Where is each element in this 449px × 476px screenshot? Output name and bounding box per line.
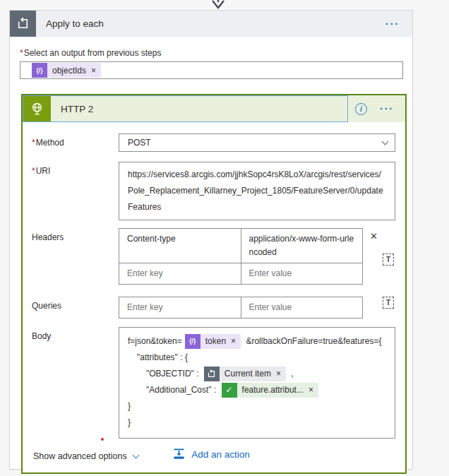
header-row: Content-type application/x-www-form-urle… — [119, 229, 362, 263]
body-line-1: f=json&token= {/} token × &rollbackOnFai… — [128, 333, 386, 350]
body-line-5: } — [128, 398, 386, 415]
remove-token-icon[interactable]: × — [309, 382, 313, 398]
required-marker: * — [20, 48, 23, 58]
token-feature-attributes[interactable]: ✓ feature.attribut... × — [222, 383, 318, 398]
apply-to-each-loop-icon — [10, 11, 36, 37]
queries-table — [119, 297, 363, 319]
error-indicator-dot — [101, 438, 104, 441]
token-objectids[interactable]: {/} objectIds × — [32, 63, 101, 78]
method-value: POST — [128, 138, 151, 148]
body-line-3: "OBJECTID" : Curr — [128, 366, 386, 382]
uri-label: *URI — [32, 162, 119, 220]
output-selector-input[interactable]: {/} objectIds × — [20, 61, 403, 79]
delete-header-row-icon[interactable]: ✕ — [368, 230, 380, 242]
apply-to-each-titlebar[interactable]: Apply to each ··· — [36, 11, 412, 37]
token-token[interactable]: {/} token × — [185, 334, 241, 349]
body-line-4: "Additional_Cost" : ✓ feature.attribut..… — [128, 382, 386, 398]
info-icon[interactable]: i — [355, 103, 367, 115]
apply-to-each-header[interactable]: Apply to each ··· — [10, 11, 412, 37]
http-globe-icon — [23, 96, 51, 121]
connector-arrow-icon — [210, 0, 227, 10]
token-current-item[interactable]: Current item × — [204, 367, 286, 381]
remove-token-icon[interactable]: × — [276, 366, 281, 382]
remove-token-icon[interactable]: × — [91, 66, 96, 76]
token-objectids-label: objectIds — [52, 66, 86, 76]
apply-to-each-loop-icon — [204, 367, 220, 381]
header-key-input[interactable] — [127, 267, 233, 280]
header-value-cell[interactable]: application/x-www-form-urlencoded — [241, 229, 363, 263]
switch-to-text-mode-icon[interactable]: T — [383, 297, 394, 309]
body-line-6: } — [128, 415, 386, 431]
output-field-label: *Select an output from previous steps — [20, 48, 402, 58]
add-an-action-button[interactable]: Add an action — [10, 448, 412, 460]
header-value-input[interactable] — [249, 267, 355, 280]
remove-token-icon[interactable]: × — [231, 333, 236, 350]
method-select[interactable]: POST — [119, 133, 395, 152]
http-title-button[interactable]: HTTP 2 — [23, 95, 348, 122]
body-input[interactable]: f=json&token= {/} token × &rollbackOnFai… — [119, 327, 395, 439]
http-title: HTTP 2 — [61, 104, 93, 114]
checklist-icon: ✓ — [222, 383, 237, 398]
chevron-down-icon — [382, 138, 389, 145]
headers-label: Headers — [32, 228, 119, 285]
query-value-input[interactable] — [249, 301, 355, 314]
add-action-label: Add an action — [191, 449, 250, 460]
apply-to-each-title: Apply to each — [46, 18, 104, 29]
dynamic-content-icon: {/} — [32, 63, 47, 78]
header-row-empty — [119, 263, 362, 284]
body-label: Body — [32, 327, 119, 439]
queries-label: Queries — [32, 297, 119, 319]
add-action-icon — [172, 448, 186, 460]
body-line-2: "attributes" : { — [128, 350, 386, 366]
query-row-empty — [119, 297, 362, 318]
dynamic-content-icon: {/} — [185, 334, 200, 349]
http-header: HTTP 2 i ··· — [23, 95, 405, 122]
headers-table: Content-type application/x-www-form-urle… — [119, 228, 363, 285]
http-action-card: HTTP 2 i ··· *Method POST — [21, 94, 407, 474]
header-key-cell[interactable]: Content-type — [119, 229, 241, 263]
apply-to-each-card: Apply to each ··· *Select an output from… — [9, 10, 413, 470]
switch-to-text-mode-icon[interactable]: T — [383, 254, 394, 266]
method-label: *Method — [32, 133, 119, 152]
apply-to-each-menu-button[interactable]: ··· — [383, 18, 402, 30]
http-menu-button[interactable]: ··· — [377, 103, 397, 114]
query-key-input[interactable] — [127, 301, 233, 314]
uri-input[interactable]: https://services8.arcgis.com/jjhkSopc4rs… — [119, 162, 395, 220]
